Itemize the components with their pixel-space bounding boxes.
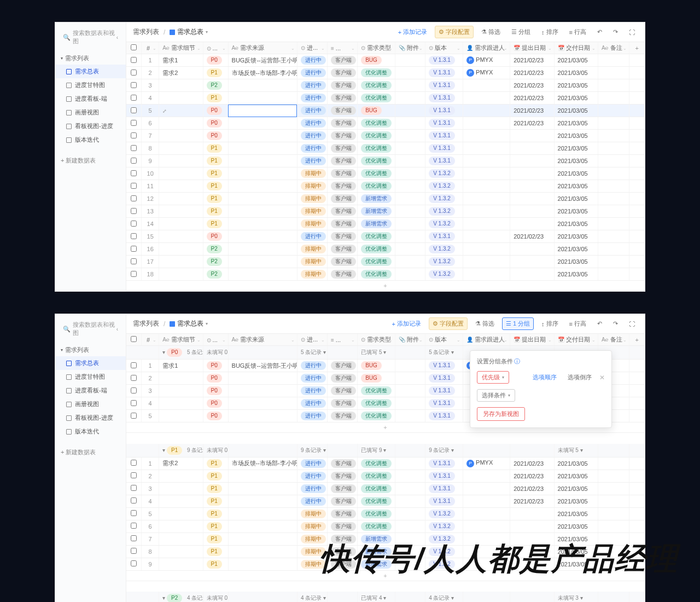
table-row[interactable]: 2P1进行中客户端优化调整V 1.3.12021/02/232021/03/05 xyxy=(126,470,645,482)
column-header[interactable]: ⊙进...⌄ xyxy=(297,334,327,346)
row-height-button[interactable]: ≡行高 xyxy=(566,26,590,38)
redo-button[interactable]: ↷ xyxy=(610,27,621,37)
cell-detail[interactable] xyxy=(159,558,203,570)
cell-status[interactable]: 进行中 xyxy=(297,470,327,482)
table-row[interactable]: 5P1排期中客户端优化调整V 1.3.22021/03/05 xyxy=(126,507,645,520)
cell-date1[interactable] xyxy=(510,193,554,205)
column-header[interactable]: A℮备注⌄ xyxy=(598,42,629,54)
cell-type[interactable]: BUG xyxy=(358,105,395,117)
cell-source[interactable] xyxy=(228,205,297,218)
cell-remark[interactable] xyxy=(598,142,629,155)
row-checkbox[interactable] xyxy=(131,132,137,138)
table-row[interactable]: 9P1进行中客户端优化调整V 1.3.12021/03/05 xyxy=(126,155,645,167)
cell-date2[interactable]: 2021/03/05 xyxy=(554,193,598,205)
cell-client[interactable]: 客户端 xyxy=(328,92,358,105)
column-header[interactable]: A℮需求来源⌄ xyxy=(228,334,297,346)
cell-version[interactable]: V 1.3.2 xyxy=(425,243,463,256)
cell-status[interactable]: 进行中 xyxy=(297,142,327,155)
cell-type[interactable]: 优化调整 xyxy=(358,482,395,495)
cell-status[interactable]: 进行中 xyxy=(297,155,327,167)
cell-remark[interactable] xyxy=(598,167,629,180)
cell-priority[interactable]: P1 xyxy=(203,180,228,193)
cell-priority[interactable]: P2 xyxy=(203,79,228,92)
cell-owner[interactable] xyxy=(463,167,510,180)
cell-owner[interactable]: PPMYX xyxy=(463,67,510,79)
cell-status[interactable]: 排期中 xyxy=(297,507,327,520)
cell-attach[interactable] xyxy=(395,230,425,243)
cell-date2[interactable]: 2021/03/05 xyxy=(554,142,598,155)
cell-owner[interactable] xyxy=(463,105,510,117)
cell-date1[interactable]: 2021/02/23 xyxy=(510,105,554,117)
cell-owner[interactable] xyxy=(463,92,510,105)
cell-detail[interactable]: 需求1 xyxy=(159,360,203,372)
cell-client[interactable]: 客户端 xyxy=(328,79,358,92)
cell-attach[interactable] xyxy=(395,482,425,495)
cell-priority[interactable]: P0 xyxy=(203,117,228,130)
redo-button[interactable]: ↷ xyxy=(610,319,621,329)
cell-attach[interactable] xyxy=(395,360,425,372)
cell-owner[interactable] xyxy=(463,218,510,230)
breadcrumb-current[interactable]: 需求总表▾ xyxy=(170,27,208,37)
cell-source[interactable] xyxy=(228,130,297,142)
cell-source[interactable] xyxy=(228,520,297,532)
cell-priority[interactable]: P2 xyxy=(203,243,228,256)
cell-date1[interactable]: 2021/02/23 xyxy=(510,230,554,243)
table-row[interactable]: 7P0进行中客户端优化调整V 1.3.12021/03/05 xyxy=(126,130,645,142)
cell-detail[interactable]: 需求2 xyxy=(159,457,203,470)
column-header[interactable]: 📎附件⌄ xyxy=(395,334,425,346)
cell-type[interactable]: 优化调整 xyxy=(358,92,395,105)
sidebar-item[interactable]: 进度看板-端 xyxy=(55,384,126,397)
cell-date1[interactable] xyxy=(510,507,554,520)
cell-version[interactable]: V 1.3.2 xyxy=(425,218,463,230)
group-button-active[interactable]: ☰1 分组 xyxy=(502,317,534,330)
cell-remark[interactable] xyxy=(598,205,629,218)
cell-client[interactable]: 客户端 xyxy=(328,256,358,268)
cell-client[interactable]: 客户端 xyxy=(328,117,358,130)
cell-detail[interactable]: ⤢ xyxy=(159,105,203,117)
add-column-button[interactable]: + xyxy=(629,42,645,54)
cell-detail[interactable] xyxy=(159,372,203,385)
cell-type[interactable]: 优化调整 xyxy=(358,167,395,180)
cell-remark[interactable] xyxy=(598,457,629,470)
cell-date2[interactable]: 2021/03/05 xyxy=(554,79,598,92)
cell-date1[interactable]: 2021/02/23 xyxy=(510,54,554,67)
table-row[interactable]: 1需求2P1市场反馈--市场部-李小明进行中客户端优化调整V 1.3.1PPMY… xyxy=(126,457,645,470)
row-checkbox[interactable] xyxy=(131,221,137,227)
cell-attach[interactable] xyxy=(395,507,425,520)
cell-status[interactable]: 排期中 xyxy=(297,167,327,180)
cell-priority[interactable]: P1 xyxy=(203,545,228,558)
cell-priority[interactable]: P1 xyxy=(203,470,228,482)
cell-attach[interactable] xyxy=(395,218,425,230)
cell-version[interactable]: V 1.3.2 xyxy=(425,205,463,218)
column-header[interactable]: ⊙版本⌄ xyxy=(425,334,463,346)
cell-source[interactable] xyxy=(228,180,297,193)
row-checkbox[interactable] xyxy=(131,460,137,466)
cell-source[interactable] xyxy=(228,92,297,105)
column-header[interactable]: ⊙版本⌄ xyxy=(425,42,463,54)
collapse-icon[interactable]: ‹ xyxy=(116,34,118,40)
cell-date1[interactable]: 2021/02/23 xyxy=(510,92,554,105)
cell-version[interactable]: V 1.3.2 xyxy=(425,268,463,281)
cell-detail[interactable] xyxy=(159,92,203,105)
table-row[interactable]: 3P1进行中客户端优化调整V 1.3.12021/02/232021/03/05 xyxy=(126,482,645,495)
row-checkbox[interactable] xyxy=(131,510,137,516)
group-header[interactable]: ▾ P2 4 条记录 ▾ 未填写 0 ▾4 条记录 ▾已填写 4 ▾4 条记录 … xyxy=(126,592,645,602)
cell-owner[interactable] xyxy=(463,470,510,482)
cell-priority[interactable]: P1 xyxy=(203,482,228,495)
cell-client[interactable]: 客户端 xyxy=(328,180,358,193)
cell-remark[interactable] xyxy=(598,92,629,105)
column-header[interactable]: ⊙...⌄ xyxy=(203,334,228,346)
cell-priority[interactable]: P0 xyxy=(203,130,228,142)
cell-status[interactable]: 排期中 xyxy=(297,520,327,532)
cell-attach[interactable] xyxy=(395,457,425,470)
cell-detail[interactable] xyxy=(159,507,203,520)
cell-attach[interactable] xyxy=(395,130,425,142)
row-checkbox[interactable] xyxy=(131,82,137,88)
cell-detail[interactable] xyxy=(159,230,203,243)
row-checkbox[interactable] xyxy=(131,535,137,541)
table-row[interactable]: 17P2排期中客户端优化调整V 1.3.22021/03/05 xyxy=(126,256,645,268)
cell-detail[interactable] xyxy=(159,256,203,268)
cell-version[interactable]: V 1.3.1 xyxy=(425,360,463,372)
cell-priority[interactable]: P1 xyxy=(203,507,228,520)
cell-remark[interactable] xyxy=(598,117,629,130)
